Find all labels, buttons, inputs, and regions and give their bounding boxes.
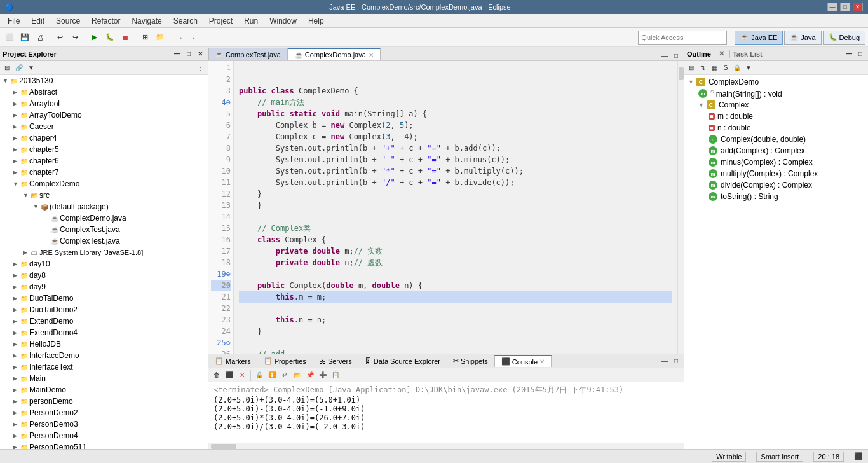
remove-btn[interactable]: ✕ xyxy=(236,370,248,381)
tree-item-duotaidemo[interactable]: ▶ 📁 DuoTaiDemo xyxy=(0,293,208,304)
open-console-btn[interactable]: 📂 xyxy=(292,370,303,381)
menu-navigate[interactable]: Navigate xyxy=(126,15,166,27)
menu-run[interactable]: Run xyxy=(239,15,263,27)
outline-maximize[interactable]: □ xyxy=(855,49,865,59)
quick-access-box[interactable] xyxy=(638,31,727,45)
pe-link-with-editor[interactable]: 🔗 xyxy=(13,62,25,74)
open-type-button[interactable]: ⊞ xyxy=(138,31,152,45)
editor-minimize-btn[interactable]: — xyxy=(660,50,670,60)
open-resource-button[interactable]: 📁 xyxy=(153,31,167,45)
minimize-button[interactable]: — xyxy=(827,3,837,11)
tree-item-persondemo2[interactable]: ▶ 📁 PersonDemo2 xyxy=(0,407,208,418)
menu-window[interactable]: Window xyxy=(264,15,302,27)
tree-item-interfacetext[interactable]: ▶ 📁 InterfaceText xyxy=(0,361,208,373)
tree-item-duotaidemo2[interactable]: ▶ 📁 DuoTaiDemo2 xyxy=(0,304,208,315)
outline-field-m[interactable]: ■ m : double xyxy=(686,111,867,122)
tab-datasource[interactable]: 🗄 Data Source Explorer xyxy=(358,356,447,366)
outline-tostring-method[interactable]: m toString() : String xyxy=(686,191,867,202)
pe-minimize-btn[interactable]: — xyxy=(172,49,182,59)
close-button[interactable]: ✕ xyxy=(853,3,863,11)
pe-close-btn[interactable]: ✕ xyxy=(195,49,205,59)
console-minimize[interactable]: — xyxy=(660,356,670,366)
tree-item-jre-lib[interactable]: ▶ 🗃 JRE System Library [JavaSE-1.8] xyxy=(0,247,208,258)
tree-item-default-pkg[interactable]: ▼ 📦 (default package) xyxy=(0,201,208,212)
tree-item-complextest2-java[interactable]: ☕ ComplexTest.java xyxy=(0,235,208,247)
tree-item-hellojdb[interactable]: ▶ 📁 HelloJDB xyxy=(0,338,208,350)
tree-item-persondemo3[interactable]: ▶ 📁 PersonDemo3 xyxy=(0,418,208,430)
outline-divide-method[interactable]: m divide(Complex) : Complex xyxy=(686,179,867,191)
console-scrollbar-thumb-h[interactable] xyxy=(211,444,236,449)
tab-properties[interactable]: 📋 Properties xyxy=(257,356,313,366)
tree-item-chapter7[interactable]: ▶ 📁 chapter7 xyxy=(0,167,208,178)
tree-item-caeser[interactable]: ▶ 📁 Caeser xyxy=(0,121,208,132)
console-horizontal-scrollbar[interactable] xyxy=(208,443,684,449)
scrollbar-thumb[interactable] xyxy=(679,67,684,80)
pin-console-btn[interactable]: 📌 xyxy=(304,370,316,381)
tree-item-day8[interactable]: ▶ 📁 day8 xyxy=(0,270,208,281)
quick-access-input[interactable] xyxy=(641,34,724,41)
pe-dropdown[interactable]: ▼ xyxy=(25,62,37,74)
clear-console-btn[interactable]: 🗑 xyxy=(211,370,222,381)
scroll-lock-btn[interactable]: 🔒 xyxy=(254,370,265,381)
outline-complex-class[interactable]: ▼ C Complex xyxy=(686,99,867,111)
tree-item-complexdemo[interactable]: ▼ 📁 ComplexDemo xyxy=(0,178,208,190)
menu-edit[interactable]: Edit xyxy=(26,15,50,27)
java-ee-perspective[interactable]: ☕ Java EE xyxy=(735,31,783,45)
new-console-btn[interactable]: ➕ xyxy=(317,370,329,381)
outline-add-method[interactable]: m add(Complex) : Complex xyxy=(686,145,867,156)
maximize-button[interactable]: □ xyxy=(840,3,850,11)
undo-button[interactable]: ↩ xyxy=(53,31,67,45)
tree-item-20135130[interactable]: ▼ 📁 20135130 xyxy=(0,75,208,86)
pe-view-menu[interactable]: ⋮ xyxy=(195,62,207,74)
outline-field-n[interactable]: ■ n : double xyxy=(686,122,867,134)
tree-item-maindemo[interactable]: ▶ 📁 MainDemo xyxy=(0,384,208,396)
tab-complextest[interactable]: ☕ ComplexTest.java xyxy=(208,48,288,60)
outline-minimize[interactable]: — xyxy=(844,49,854,59)
menu-refactor[interactable]: Refactor xyxy=(86,15,125,27)
tree-item-main[interactable]: ▶ 📁 Main xyxy=(0,373,208,384)
tree-item-chaper4[interactable]: ▶ 📁 chaper4 xyxy=(0,132,208,144)
run-button[interactable]: ▶ xyxy=(88,31,102,45)
outline-minus-method[interactable]: m minus(Complex) : Complex xyxy=(686,156,867,168)
tree-item-complextest1-java[interactable]: ☕ ComplexTest.java xyxy=(0,224,208,235)
stop-button[interactable]: ⏹ xyxy=(118,31,132,45)
editor-maximize-btn[interactable]: □ xyxy=(671,50,681,60)
menu-source[interactable]: Source xyxy=(51,15,85,27)
prev-button[interactable]: ← xyxy=(188,31,202,45)
terminate-btn[interactable]: ⬛ xyxy=(224,370,235,381)
tree-item-arraytool[interactable]: ▶ 📁 Arraytool xyxy=(0,98,208,109)
outline-sort[interactable]: ⇅ xyxy=(697,62,709,74)
outline-close[interactable]: ✕ xyxy=(719,50,724,58)
outline-hide-non-public[interactable]: 🔒 xyxy=(731,62,743,74)
tree-item-day10[interactable]: ▶ 📁 day10 xyxy=(0,258,208,270)
outline-hide-fields[interactable]: ▦ xyxy=(709,62,720,74)
outline-view-menu[interactable]: ▼ xyxy=(743,62,754,74)
tab-console[interactable]: ⬛ Console ✕ xyxy=(494,355,552,367)
tab-markers[interactable]: 📋 Markers xyxy=(208,356,257,366)
tree-item-extenddemo[interactable]: ▶ 📁 ExtendDemo xyxy=(0,315,208,327)
tree-item-chapter6[interactable]: ▶ 📁 chapter6 xyxy=(0,155,208,167)
tree-item-interfacedemo[interactable]: ▶ 📁 InterfaceDemo xyxy=(0,350,208,361)
console-maximize[interactable]: □ xyxy=(671,356,681,366)
print-button[interactable]: 🖨 xyxy=(33,31,47,45)
outline-main-method[interactable]: m S main(String[]) : void xyxy=(686,88,867,99)
outline-collapse[interactable]: ⊟ xyxy=(686,62,697,74)
redo-button[interactable]: ↪ xyxy=(68,31,82,45)
tree-item-day9[interactable]: ▶ 📁 day9 xyxy=(0,281,208,293)
close-tab-icon[interactable]: ✕ xyxy=(369,52,374,59)
next-button[interactable]: → xyxy=(173,31,187,45)
tree-item-arraytooldemo[interactable]: ▶ 📁 ArrayToolDemo xyxy=(0,109,208,121)
java-perspective[interactable]: ☕ Java xyxy=(784,31,821,45)
tree-item-chapter5[interactable]: ▶ 📁 chapter5 xyxy=(0,144,208,155)
menu-file[interactable]: File xyxy=(3,15,25,27)
pe-collapse-all[interactable]: ⊟ xyxy=(1,62,13,74)
pe-maximize-btn[interactable]: □ xyxy=(184,49,194,59)
save-button[interactable]: 💾 xyxy=(18,31,32,45)
outline-multiply-method[interactable]: m multiply(Complex) : Complex xyxy=(686,168,867,179)
tree-item-persondemo511[interactable]: ▶ 📁 PersonDemo511 xyxy=(0,441,208,449)
outline-hide-static[interactable]: S xyxy=(720,62,731,74)
scroll-end-btn[interactable]: ⏬ xyxy=(266,370,278,381)
tree-item-complexdemo-java[interactable]: ☕ ComplexDemo.java xyxy=(0,212,208,224)
tree-item-src[interactable]: ▼ 📂 src xyxy=(0,190,208,201)
tab-servers[interactable]: 🖧 Servers xyxy=(313,356,358,366)
